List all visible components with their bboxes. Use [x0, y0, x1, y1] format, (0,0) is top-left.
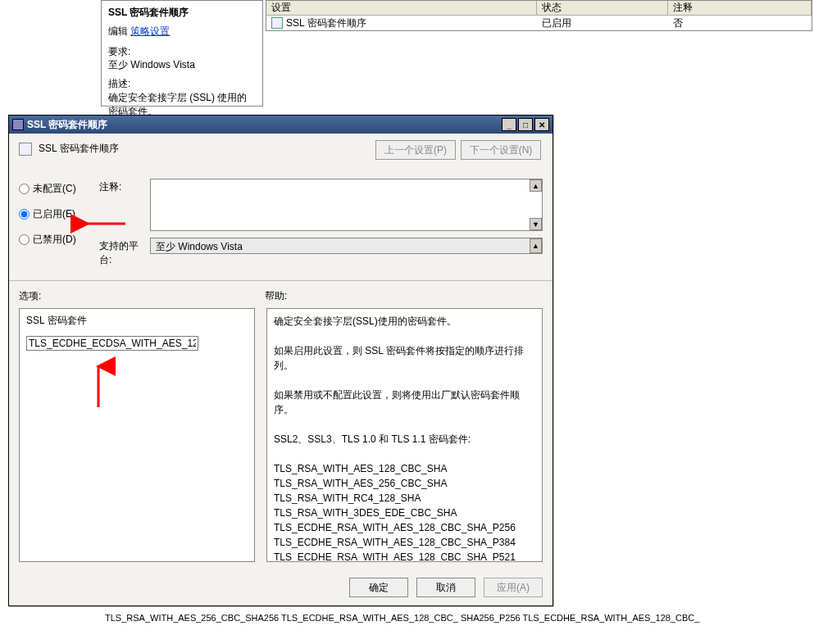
help-cipher-list: TLS_RSA_WITH_AES_128_CBC_SHATLS_RSA_WITH…	[274, 461, 535, 562]
cipher-item: TLS_ECDHE_RSA_WITH_AES_128_CBC_SHA_P521	[274, 550, 535, 562]
edit-row: 编辑 策略设置	[108, 25, 256, 39]
help-p4: SSL2、SSL3、TLS 1.0 和 TLS 1.1 密码套件:	[274, 432, 535, 447]
row-setting: SSL 密码套件顺序	[286, 16, 366, 30]
cipher-item: TLS_ECDHE_RSA_WITH_AES_128_CBC_SHA_P256	[274, 520, 535, 535]
policy-title: SSL 密码套件顺序	[108, 6, 256, 20]
cipher-section-title: SSL 密码套件	[26, 314, 248, 328]
radio-disabled-input[interactable]	[19, 234, 30, 245]
radio-disabled[interactable]: 已禁用(D)	[19, 233, 89, 247]
cipher-item: TLS_ECDHE_RSA_WITH_AES_128_CBC_SHA_P384	[274, 535, 535, 550]
scroll-down-icon[interactable]: ▼	[530, 218, 542, 230]
dialog-header-label: SSL 密码套件顺序	[39, 142, 119, 156]
radio-enabled-input[interactable]	[19, 209, 30, 220]
help-p3: 如果禁用或不配置此设置，则将使用出厂默认密码套件顺序。	[274, 388, 535, 417]
help-p1: 确定安全套接字层(SSL)使用的密码套件。	[274, 314, 535, 329]
state-radio-group: 未配置(C) 已启用(E) 已禁用(D)	[19, 179, 89, 274]
platform-value: 至少 Windows Vista	[156, 241, 243, 252]
settings-icon	[19, 143, 32, 156]
prev-setting-button[interactable]: 上一个设置(P)	[375, 140, 456, 160]
radio-not-configured[interactable]: 未配置(C)	[19, 182, 89, 196]
row-status: 已启用	[537, 16, 668, 30]
options-pane: SSL 密码套件	[19, 308, 255, 562]
radio-not-configured-input[interactable]	[19, 184, 30, 194]
policy-list-table: 设置 状态 注释 SSL 密码套件顺序 已启用 否	[266, 0, 812, 31]
table-header: 设置 状态 注释	[266, 1, 812, 16]
radio-enabled[interactable]: 已启用(E)	[19, 207, 89, 221]
col-comment[interactable]: 注释	[668, 1, 812, 15]
next-setting-button[interactable]: 下一个设置(N)	[461, 140, 541, 160]
comment-textarea[interactable]: ▲ ▼	[150, 179, 543, 231]
background-cipher-fragment: TLS_RSA_WITH_AES_256_CBC_SHA256 TLS_ECDH…	[105, 613, 699, 624]
policy-icon	[271, 17, 283, 29]
description-label: 描述:	[108, 77, 256, 91]
close-button[interactable]: ✕	[534, 118, 549, 131]
col-setting[interactable]: 设置	[266, 1, 537, 15]
maximize-button[interactable]: □	[518, 118, 533, 131]
comment-label: 注释:	[99, 179, 150, 194]
requirements-label: 要求:	[108, 45, 256, 59]
cipher-suites-input[interactable]	[26, 336, 198, 351]
requirements-value: 至少 Windows Vista	[108, 58, 256, 72]
minimize-button[interactable]: _	[502, 118, 516, 131]
scroll-up-icon[interactable]: ▲	[530, 179, 542, 192]
dialog-icon	[12, 119, 24, 130]
dialog-titlebar[interactable]: SSL 密码套件顺序 _ □ ✕	[9, 116, 553, 134]
edit-prefix: 编辑	[108, 25, 128, 37]
ssl-cipher-order-dialog: SSL 密码套件顺序 _ □ ✕ SSL 密码套件顺序 上一个设置(P) 下一个…	[8, 115, 553, 606]
options-label: 选项:	[19, 289, 265, 303]
platform-label: 支持的平台:	[99, 238, 150, 267]
cipher-item: TLS_RSA_WITH_AES_256_CBC_SHA	[274, 476, 535, 491]
apply-button[interactable]: 应用(A)	[484, 578, 543, 597]
help-label: 帮助:	[265, 289, 287, 303]
help-pane[interactable]: 确定安全套接字层(SSL)使用的密码套件。 如果启用此设置，则 SSL 密码套件…	[266, 308, 543, 562]
row-comment: 否	[668, 16, 812, 30]
cipher-item: TLS_RSA_WITH_3DES_EDE_CBC_SHA	[274, 506, 535, 520]
cancel-button[interactable]: 取消	[416, 578, 475, 597]
supported-platform-field: 至少 Windows Vista ▲	[150, 238, 543, 254]
col-status[interactable]: 状态	[537, 1, 668, 15]
ok-button[interactable]: 确定	[349, 578, 408, 597]
cipher-item: TLS_RSA_WITH_AES_128_CBC_SHA	[274, 461, 535, 476]
help-p2: 如果启用此设置，则 SSL 密码套件将按指定的顺序进行排列。	[274, 343, 535, 373]
dialog-title: SSL 密码套件顺序	[27, 118, 107, 132]
policy-info-panel: SSL 密码套件顺序 编辑 策略设置 要求: 至少 Windows Vista …	[101, 0, 263, 107]
table-row[interactable]: SSL 密码套件顺序 已启用 否	[266, 16, 812, 30]
edit-policy-link[interactable]: 策略设置	[130, 25, 170, 37]
scroll-up-icon[interactable]: ▲	[530, 238, 542, 253]
cipher-item: TLS_RSA_WITH_RC4_128_SHA	[274, 491, 535, 506]
